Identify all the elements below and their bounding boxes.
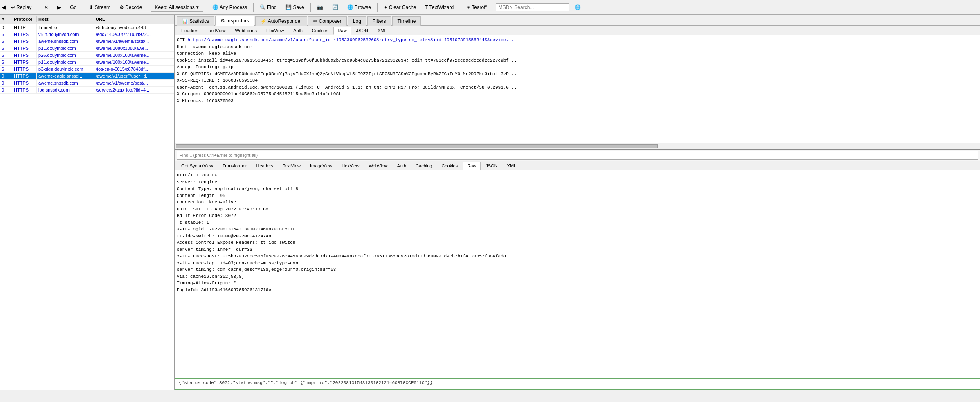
subtab-xml[interactable]: XML <box>373 27 391 35</box>
cell-num: 6 <box>0 31 12 38</box>
tearoff-icon: ⊞ <box>466 4 470 10</box>
find-button[interactable]: 🔍 Find <box>256 3 280 12</box>
main-toolbar: ◀ ↩ Replay ✕ ▶ Go ⬇ Stream ⚙ Decode Keep… <box>0 0 980 15</box>
go-button[interactable]: Go <box>66 3 80 12</box>
clear-cache-icon: ✦ <box>384 4 388 10</box>
subtab-cookies[interactable]: Cookies <box>308 27 333 35</box>
table-row[interactable]: 0HTTPSaweme.snssdk.com/aweme/v1/aweme/po… <box>0 80 174 87</box>
tab-timeline[interactable]: Timeline <box>392 16 421 26</box>
x-button[interactable]: ✕ <box>40 3 52 12</box>
cell-protocol: HTTPS <box>12 45 37 51</box>
cell-url: /edc7140e00f7f71934972... <box>94 31 174 38</box>
cell-host: p11.douyinpic.com <box>37 59 94 65</box>
cell-host: p3-sign.douyinpic.com <box>37 66 94 72</box>
subtab-json[interactable]: JSON <box>352 27 373 35</box>
stream-button[interactable]: ⬇ Stream <box>85 3 114 12</box>
cell-num: 6 <box>0 38 12 45</box>
globe-icon: 🌐 <box>212 4 218 10</box>
textwizard-button[interactable]: T TextWizard <box>422 3 458 12</box>
response-tab-raw[interactable]: Raw <box>463 162 481 170</box>
nav-back-icon: ◀ <box>2 4 6 10</box>
refresh-button[interactable]: 🔄 <box>328 3 342 12</box>
toolbar-sep-9 <box>493 3 493 12</box>
browse-button[interactable]: 🌐 Browse <box>344 3 375 12</box>
response-tab-hexview[interactable]: HexView <box>337 162 364 170</box>
col-header-host: Host <box>37 16 94 22</box>
subtab-headers[interactable]: Headers <box>177 27 203 35</box>
request-scrollbar-thumb[interactable] <box>176 144 658 148</box>
tab-inspectors[interactable]: ⚙ Inspectors <box>215 16 254 26</box>
cell-protocol: HTTPS <box>12 59 37 65</box>
table-row[interactable]: 6HTTPSv5-h.douyinvod.com/edc7140e00f7f71… <box>0 31 174 38</box>
subtab-webforms[interactable]: WebForms <box>230 27 261 35</box>
replay-button[interactable]: ↩ Replay <box>7 3 35 12</box>
find-input[interactable] <box>177 151 978 160</box>
cell-url: /service/2/app_log/?iid=4... <box>94 87 174 93</box>
table-row[interactable]: 6HTTPSp11.douyinpic.com/aweme/1080x1080/… <box>0 45 174 52</box>
cell-url: /aweme/v1/user/?user_id... <box>94 73 174 79</box>
tab-composer[interactable]: ✏ Composer <box>308 16 347 26</box>
response-tab-json[interactable]: JSON <box>481 162 502 170</box>
find-bar <box>175 150 980 161</box>
request-scrollbar-h[interactable] <box>175 143 980 149</box>
cell-num: 6 <box>0 66 12 72</box>
camera-button[interactable]: 📷 <box>313 3 327 12</box>
response-tab-transformer[interactable]: Transformer <box>218 162 252 170</box>
save-button[interactable]: 💾 Save <box>282 3 308 12</box>
response-tab-cookies[interactable]: Cookies <box>437 162 462 170</box>
json-bottom-bar: {"status_code":3072,"status_msg":"","log… <box>175 378 980 390</box>
msdn-search-box[interactable] <box>496 3 569 11</box>
tab-autoresponder[interactable]: ⚡ AutoResponder <box>255 16 307 26</box>
clear-cache-button[interactable]: ✦ Clear Cache <box>380 3 420 12</box>
main-layout: # Protocol Host URL 0HTTPTunnel tov5-h.d… <box>0 15 980 390</box>
nav-forward-button[interactable]: ▶ <box>54 3 65 12</box>
response-content-area: HTTP/1.1 200 OK Server: Tengine Content-… <box>175 170 980 378</box>
composer-icon: ✏ <box>313 18 317 24</box>
msdn-search-input[interactable] <box>499 4 566 10</box>
keep-dropdown-button[interactable]: Keep: All sessions ▼ <box>151 3 203 12</box>
decode-button[interactable]: ⚙ Decode <box>116 3 146 12</box>
cell-protocol: HTTPS <box>12 31 37 38</box>
table-row[interactable]: 0HTTPSlog.snssdk.com/service/2/app_log/?… <box>0 87 174 94</box>
subtab-auth[interactable]: Auth <box>289 27 307 35</box>
table-row[interactable]: 0HTTPSaweme-eagle.snssd.../aweme/v1/user… <box>0 73 174 80</box>
tab-filters[interactable]: Filters <box>367 16 391 26</box>
response-tab-webview[interactable]: WebView <box>364 162 392 170</box>
table-row[interactable]: 6HTTPSp11.douyinpic.com/aweme/100x100/aw… <box>0 59 174 66</box>
table-row[interactable]: 6HTTPSp3-sign.douyinpic.com/tos-cn-p-001… <box>0 66 174 73</box>
table-row[interactable]: 6HTTPSp26.douyinpic.com/aweme/100x100/aw… <box>0 52 174 59</box>
textwizard-icon: T <box>425 4 428 10</box>
response-tab-headers[interactable]: Headers <box>252 162 278 170</box>
cell-protocol: HTTPS <box>12 66 37 72</box>
subtab-hexview[interactable]: HexView <box>262 27 288 35</box>
cell-url: /aweme/1080x1080/awe... <box>94 45 174 51</box>
request-subtabs-row: Headers TextView WebForms HexView Auth C… <box>175 26 980 35</box>
tab-log[interactable]: Log <box>348 16 366 26</box>
response-tab-get-syntaxview[interactable]: Get SyntaxView <box>177 162 218 170</box>
cell-url: v5-h.douiyinvod.com:443 <box>94 24 174 31</box>
cell-num: 0 <box>0 24 12 31</box>
response-tab-xml[interactable]: XML <box>503 162 521 170</box>
subtab-textview[interactable]: TextView <box>203 27 230 35</box>
table-row[interactable]: 0HTTPTunnel tov5-h.douiyinvod.com:443 <box>0 24 174 31</box>
subtab-raw[interactable]: Raw <box>333 27 351 35</box>
tab-statistics[interactable]: 📊 Statistics <box>177 16 214 26</box>
table-header: # Protocol Host URL <box>0 15 174 24</box>
table-row[interactable]: 6HTTPSaweme.snssdk.com/aweme/v1/aweme/st… <box>0 38 174 45</box>
request-url-link[interactable]: https://aweme-eagle.snssdk.com/aweme/v1/… <box>187 38 514 42</box>
any-process-button[interactable]: 🌐 Any Process <box>209 3 251 12</box>
cell-url: /tos-cn-p-0015/c87843df... <box>94 66 174 72</box>
cell-host: aweme.snssdk.com <box>37 80 94 86</box>
tearoff-button[interactable]: ⊞ Tearoff <box>463 3 490 12</box>
response-tab-auth[interactable]: Auth <box>392 162 411 170</box>
cell-url: /aweme/v1/aweme/stats/... <box>94 38 174 45</box>
go-search-button[interactable]: 🌐 <box>571 3 584 12</box>
response-tab-textview[interactable]: TextView <box>278 162 305 170</box>
response-tab-caching[interactable]: Caching <box>411 162 436 170</box>
response-tab-imageview[interactable]: ImageView <box>306 162 337 170</box>
replay-icon: ↩ <box>11 4 15 10</box>
response-tabs-row: Get SyntaxView Transformer Headers TextV… <box>175 161 980 170</box>
cell-num: 0 <box>0 87 12 93</box>
cell-host: v5-h.douyinvod.com <box>37 31 94 38</box>
toolbar-sep-4 <box>206 3 206 12</box>
